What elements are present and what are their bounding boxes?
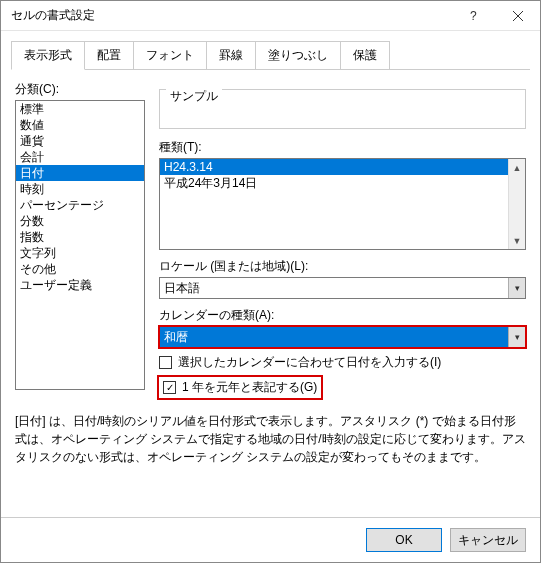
category-label: 分類(C):: [15, 81, 145, 98]
help-button[interactable]: ?: [450, 1, 495, 31]
locale-value: 日本語: [160, 280, 508, 297]
list-item[interactable]: ユーザー定義: [16, 277, 144, 293]
tab-fill[interactable]: 塗りつぶし: [255, 41, 341, 70]
chevron-down-icon[interactable]: ▾: [508, 278, 525, 298]
gannen-checkbox-row[interactable]: ✓ 1 年を元年と表記する(G): [159, 377, 321, 398]
list-item[interactable]: 通貨: [16, 133, 144, 149]
list-item[interactable]: 指数: [16, 229, 144, 245]
gannen-label: 1 年を元年と表記する(G): [182, 379, 317, 396]
calendar-value: 和暦: [160, 329, 508, 346]
type-label: 種類(T):: [159, 139, 526, 156]
locale-label: ロケール (国または地域)(L):: [159, 258, 526, 275]
titlebar: セルの書式設定 ?: [1, 1, 540, 31]
scroll-up-icon[interactable]: ▲: [509, 159, 526, 176]
type-listbox[interactable]: H24.3.14 平成24年3月14日 ▲ ▼: [159, 158, 526, 250]
tab-alignment[interactable]: 配置: [84, 41, 134, 70]
format-cells-dialog: セルの書式設定 ? 表示形式 配置 フォント 罫線 塗りつぶし 保護 分類(C)…: [0, 0, 541, 563]
match-calendar-label: 選択したカレンダーに合わせて日付を入力する(I): [178, 354, 441, 371]
checkbox-icon[interactable]: ✓: [163, 381, 176, 394]
list-item[interactable]: 日付: [16, 165, 144, 181]
list-item[interactable]: 時刻: [16, 181, 144, 197]
cancel-button[interactable]: キャンセル: [450, 528, 526, 552]
sample-box: サンプル: [159, 89, 526, 129]
locale-select[interactable]: 日本語 ▾: [159, 277, 526, 299]
list-item[interactable]: 会計: [16, 149, 144, 165]
scrollbar[interactable]: ▲ ▼: [508, 159, 525, 249]
checkbox-icon[interactable]: [159, 356, 172, 369]
match-calendar-checkbox-row[interactable]: 選択したカレンダーに合わせて日付を入力する(I): [159, 354, 526, 371]
dialog-body: 分類(C): 標準 数値 通貨 会計 日付 時刻 パーセンテージ 分数 指数 文…: [1, 71, 540, 517]
tab-border[interactable]: 罫線: [206, 41, 256, 70]
list-item[interactable]: 標準: [16, 101, 144, 117]
list-item[interactable]: 分数: [16, 213, 144, 229]
list-item[interactable]: パーセンテージ: [16, 197, 144, 213]
tab-strip: 表示形式 配置 フォント 罫線 塗りつぶし 保護: [1, 31, 540, 70]
description-text: [日付] は、日付/時刻のシリアル値を日付形式で表示します。アスタリスク (*)…: [15, 412, 526, 466]
list-item[interactable]: その他: [16, 261, 144, 277]
calendar-label: カレンダーの種類(A):: [159, 307, 526, 324]
calendar-select[interactable]: 和暦 ▾: [159, 326, 526, 348]
ok-button[interactable]: OK: [366, 528, 442, 552]
scroll-down-icon[interactable]: ▼: [509, 232, 526, 249]
footer: OK キャンセル: [1, 517, 540, 562]
tab-number-format[interactable]: 表示形式: [11, 41, 85, 70]
svg-text:?: ?: [470, 9, 477, 23]
close-button[interactable]: [495, 1, 540, 31]
list-item[interactable]: 文字列: [16, 245, 144, 261]
list-item[interactable]: 数値: [16, 117, 144, 133]
tab-font[interactable]: フォント: [133, 41, 207, 70]
list-item[interactable]: H24.3.14: [160, 159, 525, 175]
chevron-down-icon[interactable]: ▾: [508, 327, 525, 347]
tab-protection[interactable]: 保護: [340, 41, 390, 70]
category-listbox[interactable]: 標準 数値 通貨 会計 日付 時刻 パーセンテージ 分数 指数 文字列 その他 …: [15, 100, 145, 390]
sample-legend: サンプル: [166, 88, 222, 105]
window-title: セルの書式設定: [11, 7, 450, 24]
list-item[interactable]: 平成24年3月14日: [160, 175, 525, 191]
